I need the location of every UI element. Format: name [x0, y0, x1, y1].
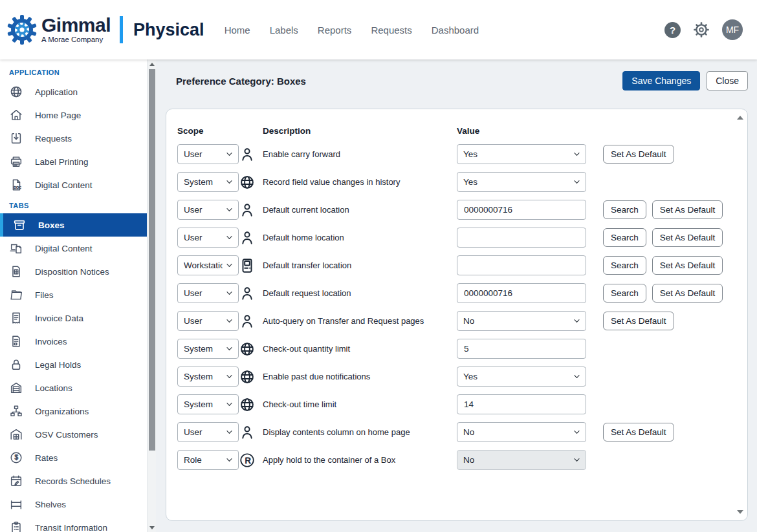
sidebar-scrollbar-thumb[interactable] [149, 69, 155, 451]
scope-select[interactable]: Workstation [177, 255, 239, 275]
help-icon[interactable]: ? [664, 22, 681, 38]
sidebar-item-locations[interactable]: Locations [0, 376, 147, 399]
sidebar-item-records-schedules[interactable]: Records Schedules [0, 469, 147, 493]
value-input[interactable] [457, 255, 586, 275]
preference-description: Default current location [263, 205, 457, 215]
value-select-value: No [463, 427, 570, 437]
sidebar-item-legal-holds[interactable]: Legal Holds [0, 353, 147, 376]
scope-select[interactable]: User [177, 144, 239, 164]
search-button[interactable]: Search [603, 200, 646, 219]
gear-icon[interactable] [692, 21, 710, 39]
sidebar-item-application[interactable]: Application [0, 80, 147, 103]
scope-select[interactable]: User [177, 311, 239, 331]
scroll-up-icon[interactable] [148, 59, 157, 69]
scope-select-value: Workstation [184, 261, 223, 270]
scope-select-value: User [184, 149, 223, 159]
panel-scrollbar[interactable] [735, 113, 745, 516]
scroll-down-icon[interactable] [735, 507, 745, 516]
value-select[interactable]: Yes [457, 367, 586, 387]
sidebar-item-boxes[interactable]: Boxes [0, 213, 147, 237]
set-as-default-button[interactable]: Set As Default [652, 200, 723, 219]
value-select[interactable]: No [457, 422, 586, 442]
scope-select[interactable]: User [177, 200, 239, 220]
printer-icon [9, 154, 26, 169]
nav-link-labels[interactable]: Labels [263, 19, 305, 41]
sidebar-item-invoices[interactable]: Invoices [0, 330, 147, 353]
scope-select[interactable]: User [177, 228, 239, 248]
user-icon [239, 285, 263, 302]
save-changes-button[interactable]: Save Changes [622, 71, 700, 90]
set-as-default-button[interactable]: Set As Default [652, 256, 723, 275]
search-button[interactable]: Search [603, 256, 646, 275]
sidebar-item-requests[interactable]: Requests [0, 127, 147, 150]
lock-icon [9, 357, 26, 372]
sidebar-item-shelves[interactable]: Shelves [0, 493, 147, 516]
scope-select-value: User [184, 233, 223, 242]
scope-select[interactable]: System [177, 172, 239, 192]
sidebar-item-home-page[interactable]: Home Page [0, 103, 147, 127]
nav-link-home[interactable]: Home [217, 19, 258, 41]
preference-description: Display contents column on home page [263, 427, 457, 437]
scroll-down-icon[interactable] [148, 523, 157, 532]
value-select[interactable]: Yes [457, 172, 586, 192]
dollar-circle-icon: $ [9, 450, 26, 465]
value-input[interactable] [457, 200, 586, 220]
value-input[interactable] [457, 339, 586, 359]
sidebar-item-disposition-notices[interactable]: Disposition Notices [0, 260, 147, 283]
close-button[interactable]: Close [707, 71, 748, 90]
sidebar-item-digital-content[interactable]: Digital Content [0, 237, 147, 260]
scope-select-value: User [184, 427, 223, 437]
set-as-default-button[interactable]: Set As Default [652, 284, 723, 303]
user-icon [239, 229, 263, 246]
scope-select[interactable]: System [177, 339, 239, 359]
set-as-default-button[interactable]: Set As Default [603, 312, 674, 330]
value-input[interactable] [457, 394, 586, 414]
value-select-value: No [463, 455, 570, 465]
sidebar-item-rates[interactable]: $Rates [0, 446, 147, 469]
scope-select[interactable]: System [177, 367, 239, 387]
scope-select[interactable]: User [177, 422, 239, 442]
sidebar-item-label: Shelves [35, 500, 66, 509]
sidebar-item-invoice-data[interactable]: Invoice Data [0, 306, 147, 330]
scroll-up-icon[interactable] [735, 113, 745, 122]
value-select: No [457, 450, 586, 470]
nav-link-reports[interactable]: Reports [311, 19, 359, 41]
sidebar-item-label-printing[interactable]: Label Printing [0, 150, 147, 173]
value-select-value: No [463, 316, 570, 326]
org-chart-icon [9, 403, 26, 419]
nav-link-requests[interactable]: Requests [364, 19, 419, 41]
devices-doc-icon [9, 240, 26, 256]
nav-link-dashboard[interactable]: Dashboard [424, 19, 486, 41]
product-name: Physical [133, 20, 204, 40]
sidebar-item-osv-customers[interactable]: OSV Customers [0, 423, 147, 446]
avatar[interactable]: MF [722, 19, 743, 40]
sidebar-item-digital-content[interactable]: DOCDigital Content [0, 173, 147, 197]
set-as-default-button[interactable]: Set As Default [652, 228, 723, 247]
chevron-down-icon [225, 261, 234, 270]
scope-select-value: User [184, 288, 223, 298]
value-select[interactable]: Yes [457, 144, 586, 164]
preference-description: Record field value changes in history [263, 177, 457, 187]
sidebar-item-organizations[interactable]: Organizations [0, 399, 147, 423]
shelf-icon [9, 496, 26, 512]
user-icon [239, 313, 263, 330]
main-area: Preference Category: Boxes Save Changes … [156, 59, 757, 532]
value-select[interactable]: No [457, 311, 586, 331]
preference-row: SystemCheck-out quantity limit [177, 335, 737, 363]
chevron-down-icon [225, 372, 234, 381]
search-button[interactable]: Search [603, 284, 646, 303]
value-input[interactable] [457, 283, 586, 303]
sidebar-item-transit-information[interactable]: Transit Information [0, 516, 147, 532]
set-as-default-button[interactable]: Set As Default [603, 145, 674, 164]
scope-select[interactable]: User [177, 283, 239, 303]
value-select-value: Yes [463, 372, 570, 381]
value-input[interactable] [457, 228, 586, 248]
sidebar-item-files[interactable]: Files [0, 283, 147, 306]
sidebar-scrollbar[interactable] [147, 59, 156, 532]
search-button[interactable]: Search [603, 228, 646, 247]
warehouse-icon [9, 427, 26, 442]
scope-select[interactable]: System [177, 394, 239, 414]
set-as-default-button[interactable]: Set As Default [603, 423, 674, 442]
globe-icon [9, 84, 26, 100]
scope-select[interactable]: Role [177, 450, 239, 470]
